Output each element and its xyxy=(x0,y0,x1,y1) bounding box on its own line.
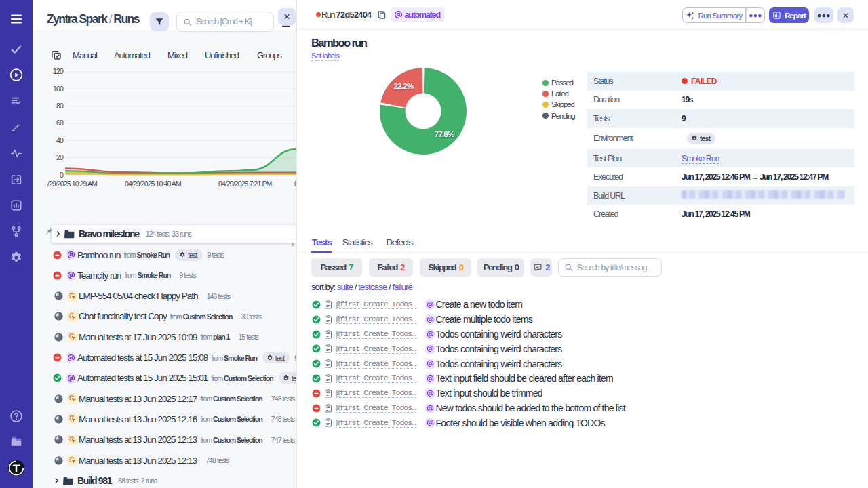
svg-text:0: 0 xyxy=(294,180,297,188)
svg-text:60: 60 xyxy=(56,119,64,127)
svg-text:04/29/2025 7:21 PM: 04/29/2025 7:21 PM xyxy=(218,180,272,188)
svg-text:04/29/2025 10:40 AM: 04/29/2025 10:40 AM xyxy=(125,180,181,188)
svg-text:40: 40 xyxy=(56,136,64,144)
svg-text:120: 120 xyxy=(53,67,64,75)
svg-text:0: 0 xyxy=(60,171,64,179)
svg-text:/29/2025 10:29 AM: /29/2025 10:29 AM xyxy=(47,180,97,188)
svg-text:20: 20 xyxy=(56,153,64,161)
svg-text:100: 100 xyxy=(53,85,64,93)
svg-text:80: 80 xyxy=(56,102,64,110)
